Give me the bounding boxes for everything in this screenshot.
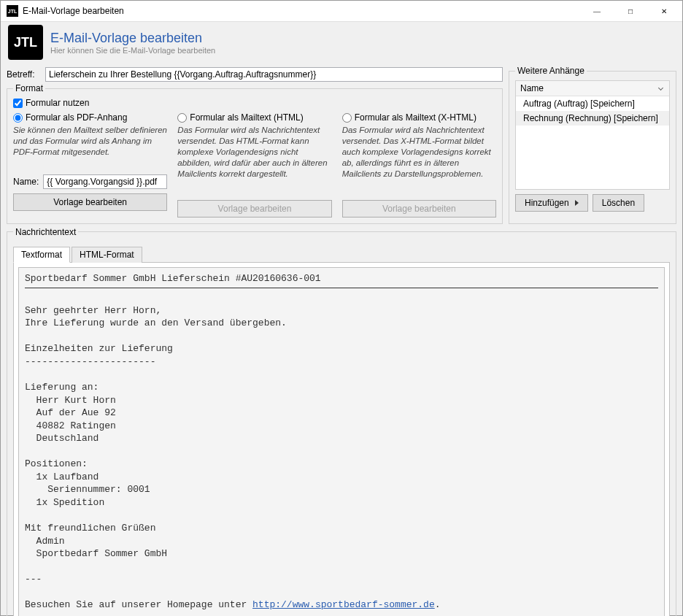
tab-htmlformat[interactable]: HTML-Format xyxy=(72,247,142,263)
desc-xhtml: Das Formular wird als Nachrichtentext ve… xyxy=(342,125,496,180)
attachment-item[interactable]: Rechnung (Rechnung) [Speichern] xyxy=(516,111,669,126)
radio-xhtml[interactable] xyxy=(342,113,352,123)
use-form-label: Formular nutzen xyxy=(26,98,89,108)
page-header: JTL E-Mail-Vorlage bearbeiten Hier könne… xyxy=(1,22,682,66)
delete-attachment-button[interactable]: Löschen xyxy=(593,194,644,212)
format-col-pdf: Formular als PDF-Anhang Sie können den M… xyxy=(13,112,167,217)
message-legend: Nachrichtentext xyxy=(13,227,78,237)
add-attachment-button[interactable]: Hinzufügen xyxy=(515,194,588,212)
edit-template-pdf-button[interactable]: Vorlage bearbeiten xyxy=(13,193,167,211)
format-fieldset: Format Formular nutzen Formular als PDF-… xyxy=(7,83,503,224)
app-window: JTL E-Mail-Vorlage bearbeiten — □ ✕ JTL … xyxy=(0,0,683,616)
radio-html[interactable] xyxy=(177,113,187,123)
app-icon: JTL xyxy=(7,5,18,17)
format-col-html: Formular als Mailtext (HTML) Das Formula… xyxy=(177,112,331,217)
tab-textformat[interactable]: Textformat xyxy=(13,247,70,263)
minimize-button[interactable]: — xyxy=(580,1,614,21)
homepage-link[interactable]: http://www.sportbedarf-sommer.de xyxy=(252,599,435,610)
logo: JTL xyxy=(8,25,43,60)
attachments-legend: Weitere Anhänge xyxy=(515,66,587,76)
window-title: E-Mail-Vorlage bearbeiten xyxy=(23,6,580,16)
format-col-xhtml: Formular als Mailtext (X-HTML) Das Formu… xyxy=(342,112,496,217)
subject-input[interactable] xyxy=(45,67,503,82)
edit-template-html-button: Vorlage bearbeiten xyxy=(177,200,331,217)
message-tabs: Textformat HTML-Format xyxy=(13,247,670,263)
add-attachment-label: Hinzufügen xyxy=(525,198,569,208)
message-editor[interactable]: Sportbedarf Sommer GmbH Lieferschein #AU… xyxy=(19,268,664,616)
page-title: E-Mail-Vorlage bearbeiten xyxy=(50,31,215,46)
format-legend: Format xyxy=(13,83,45,93)
pdf-name-input[interactable] xyxy=(43,174,167,189)
chevron-down-icon[interactable] xyxy=(658,85,663,90)
radio-xhtml-label: Formular als Mailtext (X-HTML) xyxy=(355,112,476,123)
close-button[interactable]: ✕ xyxy=(647,1,681,21)
message-fieldset: Nachrichtentext Textformat HTML-Format S… xyxy=(7,227,676,616)
message-tab-content: Sportbedarf Sommer GmbH Lieferschein #AU… xyxy=(13,262,670,616)
use-form-checkbox[interactable] xyxy=(13,99,23,108)
chevron-right-icon xyxy=(575,200,579,206)
attachment-item[interactable]: Auftrag (Auftrag) [Speichern] xyxy=(516,96,669,111)
desc-pdf: Sie können den Mailtext selber definiere… xyxy=(13,125,167,172)
subject-label: Betreff: xyxy=(7,69,39,80)
radio-html-label: Formular als Mailtext (HTML) xyxy=(190,112,303,123)
radio-pdf[interactable] xyxy=(13,113,23,123)
attachments-list[interactable]: Name Auftrag (Auftrag) [Speichern] Rechn… xyxy=(515,80,670,190)
attachments-header-label: Name xyxy=(520,83,544,93)
page-subtitle: Hier können Sie die E-Mail-Vorlage bearb… xyxy=(50,46,215,55)
desc-html: Das Formular wird als Nachrichtentext ve… xyxy=(177,125,331,180)
pdf-name-label: Name: xyxy=(13,177,39,187)
attachments-fieldset: Weitere Anhänge Name Auftrag (Auftrag) [… xyxy=(509,66,676,224)
radio-pdf-label: Formular als PDF-Anhang xyxy=(26,112,127,123)
titlebar: JTL E-Mail-Vorlage bearbeiten — □ ✕ xyxy=(1,1,682,22)
edit-template-xhtml-button: Vorlage bearbeiten xyxy=(342,200,496,217)
maximize-button[interactable]: □ xyxy=(614,1,647,21)
attachments-header[interactable]: Name xyxy=(516,81,669,96)
